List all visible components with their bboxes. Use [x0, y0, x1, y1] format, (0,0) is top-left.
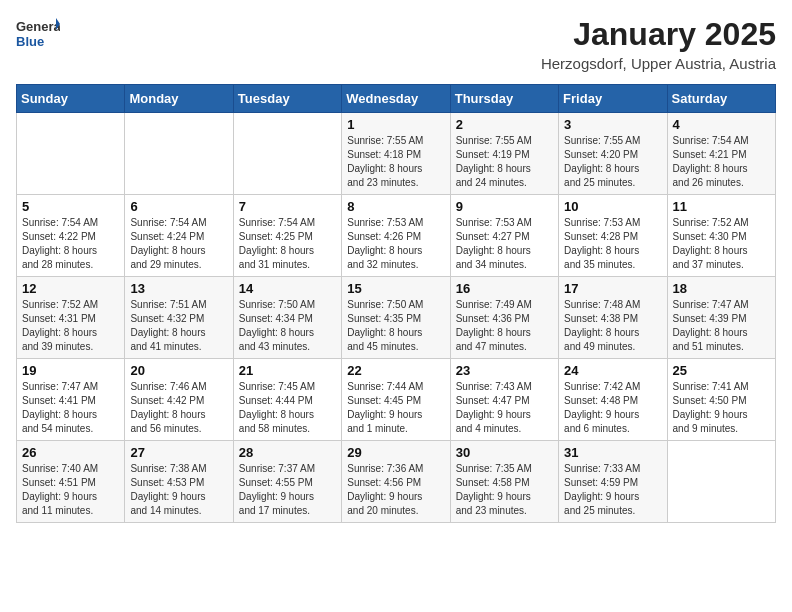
- calendar-body: 1Sunrise: 7:55 AMSunset: 4:18 PMDaylight…: [17, 113, 776, 523]
- day-number: 29: [347, 445, 444, 460]
- calendar-cell: 25Sunrise: 7:41 AMSunset: 4:50 PMDayligh…: [667, 359, 775, 441]
- calendar-cell: 23Sunrise: 7:43 AMSunset: 4:47 PMDayligh…: [450, 359, 558, 441]
- day-info: Sunrise: 7:43 AMSunset: 4:47 PMDaylight:…: [456, 380, 553, 436]
- header-friday: Friday: [559, 85, 667, 113]
- day-info: Sunrise: 7:42 AMSunset: 4:48 PMDaylight:…: [564, 380, 661, 436]
- logo: General Blue: [16, 16, 60, 52]
- calendar-cell: 17Sunrise: 7:48 AMSunset: 4:38 PMDayligh…: [559, 277, 667, 359]
- day-info: Sunrise: 7:40 AMSunset: 4:51 PMDaylight:…: [22, 462, 119, 518]
- header-tuesday: Tuesday: [233, 85, 341, 113]
- day-number: 7: [239, 199, 336, 214]
- calendar-cell: 5Sunrise: 7:54 AMSunset: 4:22 PMDaylight…: [17, 195, 125, 277]
- day-number: 5: [22, 199, 119, 214]
- day-info: Sunrise: 7:55 AMSunset: 4:19 PMDaylight:…: [456, 134, 553, 190]
- day-info: Sunrise: 7:45 AMSunset: 4:44 PMDaylight:…: [239, 380, 336, 436]
- calendar-cell: 28Sunrise: 7:37 AMSunset: 4:55 PMDayligh…: [233, 441, 341, 523]
- day-number: 22: [347, 363, 444, 378]
- calendar-cell: 31Sunrise: 7:33 AMSunset: 4:59 PMDayligh…: [559, 441, 667, 523]
- day-number: 30: [456, 445, 553, 460]
- svg-text:General: General: [16, 19, 60, 34]
- day-number: 9: [456, 199, 553, 214]
- day-number: 31: [564, 445, 661, 460]
- calendar-cell: 13Sunrise: 7:51 AMSunset: 4:32 PMDayligh…: [125, 277, 233, 359]
- calendar-cell: 24Sunrise: 7:42 AMSunset: 4:48 PMDayligh…: [559, 359, 667, 441]
- day-info: Sunrise: 7:35 AMSunset: 4:58 PMDaylight:…: [456, 462, 553, 518]
- day-info: Sunrise: 7:54 AMSunset: 4:21 PMDaylight:…: [673, 134, 770, 190]
- day-number: 17: [564, 281, 661, 296]
- calendar-cell: 29Sunrise: 7:36 AMSunset: 4:56 PMDayligh…: [342, 441, 450, 523]
- week-row-4: 19Sunrise: 7:47 AMSunset: 4:41 PMDayligh…: [17, 359, 776, 441]
- calendar-cell: 4Sunrise: 7:54 AMSunset: 4:21 PMDaylight…: [667, 113, 775, 195]
- day-info: Sunrise: 7:44 AMSunset: 4:45 PMDaylight:…: [347, 380, 444, 436]
- day-number: 19: [22, 363, 119, 378]
- day-info: Sunrise: 7:51 AMSunset: 4:32 PMDaylight:…: [130, 298, 227, 354]
- calendar-cell: 3Sunrise: 7:55 AMSunset: 4:20 PMDaylight…: [559, 113, 667, 195]
- day-number: 28: [239, 445, 336, 460]
- day-info: Sunrise: 7:38 AMSunset: 4:53 PMDaylight:…: [130, 462, 227, 518]
- week-row-1: 1Sunrise: 7:55 AMSunset: 4:18 PMDaylight…: [17, 113, 776, 195]
- calendar-cell: [233, 113, 341, 195]
- day-info: Sunrise: 7:47 AMSunset: 4:39 PMDaylight:…: [673, 298, 770, 354]
- day-info: Sunrise: 7:48 AMSunset: 4:38 PMDaylight:…: [564, 298, 661, 354]
- calendar-cell: 9Sunrise: 7:53 AMSunset: 4:27 PMDaylight…: [450, 195, 558, 277]
- calendar-cell: 26Sunrise: 7:40 AMSunset: 4:51 PMDayligh…: [17, 441, 125, 523]
- day-number: 25: [673, 363, 770, 378]
- day-number: 18: [673, 281, 770, 296]
- day-number: 3: [564, 117, 661, 132]
- day-info: Sunrise: 7:53 AMSunset: 4:27 PMDaylight:…: [456, 216, 553, 272]
- day-number: 14: [239, 281, 336, 296]
- calendar-cell: 12Sunrise: 7:52 AMSunset: 4:31 PMDayligh…: [17, 277, 125, 359]
- day-info: Sunrise: 7:36 AMSunset: 4:56 PMDaylight:…: [347, 462, 444, 518]
- header-thursday: Thursday: [450, 85, 558, 113]
- day-number: 2: [456, 117, 553, 132]
- day-info: Sunrise: 7:49 AMSunset: 4:36 PMDaylight:…: [456, 298, 553, 354]
- calendar-cell: 10Sunrise: 7:53 AMSunset: 4:28 PMDayligh…: [559, 195, 667, 277]
- calendar-cell: [17, 113, 125, 195]
- calendar-cell: 19Sunrise: 7:47 AMSunset: 4:41 PMDayligh…: [17, 359, 125, 441]
- calendar-cell: 27Sunrise: 7:38 AMSunset: 4:53 PMDayligh…: [125, 441, 233, 523]
- day-info: Sunrise: 7:55 AMSunset: 4:20 PMDaylight:…: [564, 134, 661, 190]
- day-number: 20: [130, 363, 227, 378]
- week-row-5: 26Sunrise: 7:40 AMSunset: 4:51 PMDayligh…: [17, 441, 776, 523]
- day-number: 12: [22, 281, 119, 296]
- day-info: Sunrise: 7:41 AMSunset: 4:50 PMDaylight:…: [673, 380, 770, 436]
- logo-svg: General Blue: [16, 16, 60, 52]
- day-number: 11: [673, 199, 770, 214]
- calendar-cell: 16Sunrise: 7:49 AMSunset: 4:36 PMDayligh…: [450, 277, 558, 359]
- calendar-cell: 15Sunrise: 7:50 AMSunset: 4:35 PMDayligh…: [342, 277, 450, 359]
- calendar-cell: 7Sunrise: 7:54 AMSunset: 4:25 PMDaylight…: [233, 195, 341, 277]
- day-info: Sunrise: 7:37 AMSunset: 4:55 PMDaylight:…: [239, 462, 336, 518]
- day-info: Sunrise: 7:46 AMSunset: 4:42 PMDaylight:…: [130, 380, 227, 436]
- week-row-2: 5Sunrise: 7:54 AMSunset: 4:22 PMDaylight…: [17, 195, 776, 277]
- day-info: Sunrise: 7:50 AMSunset: 4:35 PMDaylight:…: [347, 298, 444, 354]
- calendar-cell: 2Sunrise: 7:55 AMSunset: 4:19 PMDaylight…: [450, 113, 558, 195]
- header-saturday: Saturday: [667, 85, 775, 113]
- day-number: 1: [347, 117, 444, 132]
- day-number: 24: [564, 363, 661, 378]
- day-info: Sunrise: 7:54 AMSunset: 4:25 PMDaylight:…: [239, 216, 336, 272]
- calendar-cell: 8Sunrise: 7:53 AMSunset: 4:26 PMDaylight…: [342, 195, 450, 277]
- day-number: 8: [347, 199, 444, 214]
- svg-text:Blue: Blue: [16, 34, 44, 49]
- calendar-header-row: SundayMondayTuesdayWednesdayThursdayFrid…: [17, 85, 776, 113]
- title-block: January 2025 Herzogsdorf, Upper Austria,…: [541, 16, 776, 72]
- header-monday: Monday: [125, 85, 233, 113]
- day-info: Sunrise: 7:52 AMSunset: 4:31 PMDaylight:…: [22, 298, 119, 354]
- week-row-3: 12Sunrise: 7:52 AMSunset: 4:31 PMDayligh…: [17, 277, 776, 359]
- calendar-cell: 21Sunrise: 7:45 AMSunset: 4:44 PMDayligh…: [233, 359, 341, 441]
- day-number: 27: [130, 445, 227, 460]
- calendar-cell: 14Sunrise: 7:50 AMSunset: 4:34 PMDayligh…: [233, 277, 341, 359]
- calendar-cell: 30Sunrise: 7:35 AMSunset: 4:58 PMDayligh…: [450, 441, 558, 523]
- day-number: 6: [130, 199, 227, 214]
- day-number: 15: [347, 281, 444, 296]
- calendar-cell: 22Sunrise: 7:44 AMSunset: 4:45 PMDayligh…: [342, 359, 450, 441]
- day-number: 10: [564, 199, 661, 214]
- calendar-cell: 1Sunrise: 7:55 AMSunset: 4:18 PMDaylight…: [342, 113, 450, 195]
- header-sunday: Sunday: [17, 85, 125, 113]
- calendar-cell: 11Sunrise: 7:52 AMSunset: 4:30 PMDayligh…: [667, 195, 775, 277]
- day-info: Sunrise: 7:53 AMSunset: 4:28 PMDaylight:…: [564, 216, 661, 272]
- day-number: 23: [456, 363, 553, 378]
- calendar-title: January 2025: [541, 16, 776, 53]
- day-number: 13: [130, 281, 227, 296]
- calendar-cell: 18Sunrise: 7:47 AMSunset: 4:39 PMDayligh…: [667, 277, 775, 359]
